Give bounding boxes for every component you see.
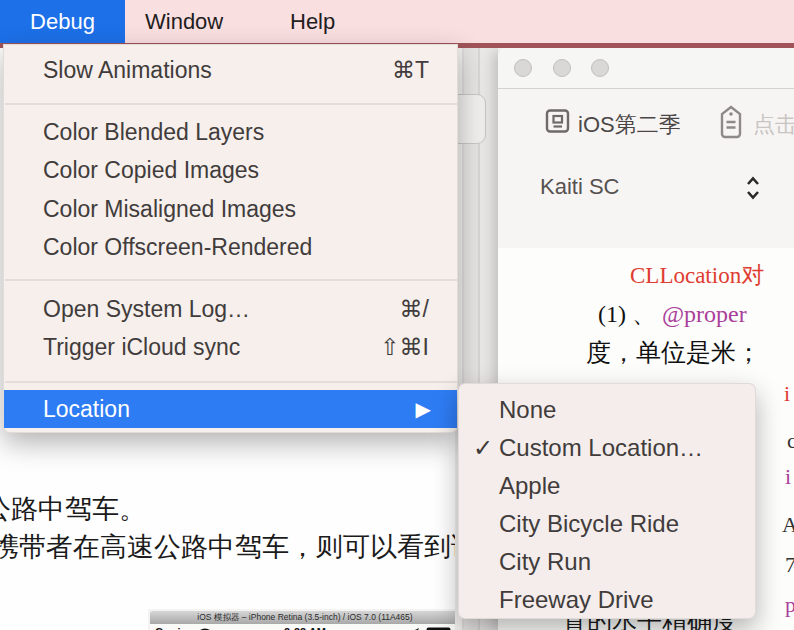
menu-item-label: Color Offscreen-Rendered <box>43 228 312 266</box>
text-fragment: i <box>784 381 790 407</box>
menu-item-color-misaligned-images[interactable]: Color Misaligned Images <box>4 190 457 228</box>
submenu-item-city-run[interactable]: City Run <box>459 543 755 581</box>
location-submenu: None ✓ Custom Location… Apple City Bicyc… <box>458 383 756 619</box>
menu-item-trigger-icloud-sync[interactable]: Trigger iCloud sync ⇧⌘I <box>4 328 457 366</box>
menu-item-label: Trigger iCloud sync <box>43 328 240 366</box>
submenu-item-label: City Run <box>499 543 591 581</box>
simulator-screenshot: iOS 模拟器 – iPhone Retina (3.5-inch) / iOS… <box>148 609 462 630</box>
menu-item-shortcut: ⇧⌘I <box>380 328 429 366</box>
menu-item-slow-animations[interactable]: Slow Animations ⌘T <box>4 51 457 89</box>
page-text-line: (1) 、 @proper <box>598 298 747 330</box>
zoom-button[interactable] <box>591 59 609 77</box>
doc-text-line: 公路中驾车。 <box>0 491 146 527</box>
submenu-arrow-icon: ▶ <box>416 390 431 428</box>
text-fragment: p <box>785 592 794 618</box>
page-text-line: 度，单位是米； <box>586 336 761 369</box>
simulator-titlebar: iOS 模拟器 – iPhone Retina (3.5-inch) / iOS… <box>150 611 460 624</box>
menubar-item-debug[interactable]: Debug <box>0 0 125 43</box>
tag-icon[interactable] <box>716 105 746 139</box>
simulator-body: Carrier 2:22 AM 经度: <box>150 624 460 630</box>
debug-menu: Slow Animations ⌘T Color Blended Layers … <box>3 44 458 433</box>
menu-item-label: Color Misaligned Images <box>43 190 296 228</box>
text-fragment: c <box>787 428 794 454</box>
menu-separator <box>5 279 458 281</box>
font-selector-value[interactable]: Kaiti SC <box>540 174 619 200</box>
submenu-item-label: None <box>499 391 556 429</box>
menu-item-label: Color Blended Layers <box>43 113 264 151</box>
submenu-item-label: Custom Location… <box>499 429 703 467</box>
chevron-updown-icon[interactable] <box>744 176 762 200</box>
menu-item-color-offscreen-rendered[interactable]: Color Offscreen-Rendered <box>4 228 457 266</box>
submenu-item-freeway-drive[interactable]: Freeway Drive <box>459 581 755 619</box>
submenu-item-none[interactable]: None <box>459 391 755 429</box>
menu-separator <box>5 103 458 105</box>
text-fragment: i <box>785 464 791 490</box>
minimize-button[interactable] <box>553 59 571 77</box>
doc-text-line: 携带者在高速公路中驾车，则可以看到该应用 <box>0 529 532 565</box>
close-button[interactable] <box>514 59 532 77</box>
menu-item-color-blended-layers[interactable]: Color Blended Layers <box>4 113 457 151</box>
submenu-item-label: Freeway Drive <box>499 581 654 619</box>
menu-item-location[interactable]: Location ▶ <box>4 390 457 428</box>
menu-bar: Debug Window Help <box>0 0 794 43</box>
page-text-prefix: (1) 、 <box>598 301 662 327</box>
menu-separator <box>5 381 458 383</box>
simulator-status-bar: Carrier 2:22 AM <box>150 625 460 630</box>
menubar-item-window[interactable]: Window <box>125 0 243 43</box>
menu-item-label: Slow Animations <box>43 51 212 89</box>
book-icon <box>544 107 572 135</box>
submenu-item-city-bicycle-ride[interactable]: City Bicycle Ride <box>459 505 755 543</box>
window-titlebar[interactable] <box>498 48 794 89</box>
page-text-code: @proper <box>662 301 747 327</box>
text-fragment: A <box>782 512 794 538</box>
screen: 公路中驾车。 携带者在高速公路中驾车，则可以看到该应用 iOS 模拟器 – iP… <box>0 0 794 630</box>
menu-item-label: Color Copied Images <box>43 151 259 189</box>
text-fragment: 7 <box>785 552 794 578</box>
menu-item-label: Open System Log… <box>43 290 250 328</box>
page-text-red: CLLocation对 <box>630 260 764 291</box>
menu-item-shortcut: ⌘T <box>392 51 429 89</box>
menu-item-shortcut: ⌘/ <box>400 290 429 328</box>
submenu-item-apple[interactable]: Apple <box>459 467 755 505</box>
submenu-item-label: Apple <box>499 467 560 505</box>
submenu-item-label: City Bicycle Ride <box>499 505 679 543</box>
menu-item-color-copied-images[interactable]: Color Copied Images <box>4 151 457 189</box>
menu-item-open-system-log[interactable]: Open System Log… ⌘/ <box>4 290 457 328</box>
document-title[interactable]: iOS第二季 <box>578 110 681 140</box>
toolbar-hint-text: 点击 <box>753 110 794 140</box>
menubar-item-help[interactable]: Help <box>270 0 355 43</box>
checkmark-icon: ✓ <box>469 429 497 467</box>
menu-item-label: Location <box>43 390 130 428</box>
submenu-item-custom-location[interactable]: ✓ Custom Location… <box>459 429 755 467</box>
